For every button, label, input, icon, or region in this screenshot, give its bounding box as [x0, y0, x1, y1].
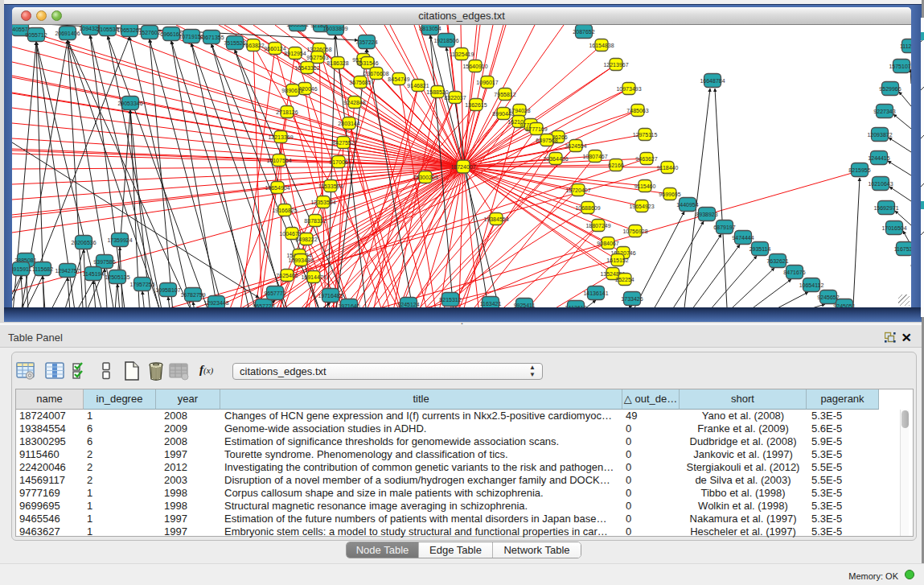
svg-text:9227343: 9227343: [873, 109, 895, 114]
svg-text:17016504: 17016504: [881, 225, 906, 231]
svg-text:10993489: 10993489: [288, 257, 313, 263]
svg-text:8427552: 8427552: [332, 140, 354, 146]
svg-text:1167533: 1167533: [894, 246, 911, 252]
svg-text:10688609: 10688609: [575, 205, 600, 211]
svg-text:8912954: 8912954: [284, 51, 306, 56]
svg-text:9925411: 9925411: [514, 303, 536, 308]
svg-text:18724007: 18724007: [450, 164, 475, 170]
svg-text:10654112: 10654112: [799, 282, 824, 288]
svg-text:9531546: 9531546: [356, 60, 378, 66]
svg-text:8813054: 8813054: [419, 26, 441, 31]
svg-text:8322037: 8322037: [444, 95, 466, 101]
svg-text:9397586: 9397586: [93, 259, 115, 265]
svg-text:6879197: 6879197: [713, 225, 735, 230]
svg-text:1145194: 1145194: [83, 271, 105, 277]
svg-text:1163421: 1163421: [480, 301, 502, 307]
svg-text:12093872: 12093872: [867, 132, 892, 138]
svg-text:10210643: 10210643: [868, 181, 893, 187]
svg-text:1588520: 1588520: [426, 89, 448, 95]
svg-text:7663822: 7663822: [242, 43, 264, 48]
svg-text:9115460: 9115460: [634, 183, 656, 189]
svg-text:1096017: 1096017: [476, 80, 498, 85]
svg-text:62160: 62160: [608, 163, 624, 168]
svg-text:15720407: 15720407: [565, 187, 590, 193]
svg-text:17957255: 17957255: [129, 282, 154, 287]
svg-text:19716485: 19716485: [318, 293, 343, 299]
svg-text:2087652: 2087652: [573, 29, 594, 35]
svg-text:9657723: 9657723: [253, 303, 274, 308]
svg-text:16782759: 16782759: [180, 292, 205, 298]
svg-text:25300203: 25300203: [413, 175, 437, 180]
svg-text:252254: 252254: [615, 277, 634, 282]
svg-text:7357224: 7357224: [355, 39, 377, 45]
svg-text:12353594: 12353594: [310, 200, 335, 205]
svg-text:12213369: 12213369: [268, 134, 293, 140]
svg-text:1413610: 1413610: [565, 305, 586, 308]
svg-text:20364436: 20364436: [543, 156, 568, 162]
svg-text:1971640: 1971640: [338, 303, 359, 308]
svg-text:29053346: 29053346: [117, 101, 142, 106]
svg-text:1615152: 1615152: [606, 257, 628, 263]
svg-text:1527602: 1527602: [138, 30, 160, 35]
svg-text:20206536: 20206536: [71, 240, 96, 245]
svg-text:8186328: 8186328: [326, 60, 348, 66]
svg-text:7955812: 7955812: [494, 92, 515, 97]
svg-text:10756928: 10756928: [622, 229, 647, 234]
svg-text:9474444: 9474444: [732, 235, 754, 241]
svg-text:23676608: 23676608: [363, 71, 388, 76]
svg-text:1115682: 1115682: [32, 266, 53, 272]
svg-text:15751074: 15751074: [889, 64, 911, 69]
svg-text:917006: 917006: [329, 159, 347, 165]
svg-text:7632621: 7632621: [766, 258, 788, 264]
svg-text:11325419: 11325419: [450, 51, 474, 57]
svg-text:3675685: 3675685: [349, 80, 371, 85]
svg-text:19654923: 19654923: [629, 204, 654, 209]
svg-text:9146821: 9146821: [407, 83, 429, 89]
svg-text:20691406: 20691406: [55, 31, 80, 36]
svg-text:8454749: 8454749: [388, 76, 409, 82]
svg-text:10107554: 10107554: [266, 158, 291, 163]
svg-text:16543362: 16543362: [294, 65, 319, 71]
svg-text:9084067: 9084067: [597, 241, 618, 246]
svg-text:19384554: 19384554: [483, 216, 508, 222]
svg-text:10654904: 10654904: [265, 185, 290, 191]
svg-text:2935114: 2935114: [749, 246, 771, 252]
svg-text:3498222: 3498222: [295, 237, 317, 242]
svg-text:8471676: 8471676: [783, 270, 805, 275]
svg-text:8938923: 8938923: [696, 212, 717, 217]
svg-text:3624554: 3624554: [565, 143, 586, 149]
svg-text:1733426: 1733426: [621, 296, 643, 302]
svg-text:9245051: 9245051: [833, 303, 855, 308]
svg-text:1112453: 1112453: [900, 43, 911, 49]
svg-text:12975115: 12975115: [633, 132, 658, 138]
svg-text:16648784: 16648784: [700, 78, 725, 84]
svg-text:9245124: 9245124: [397, 302, 419, 307]
svg-text:15692971: 15692971: [873, 205, 898, 211]
svg-text:16914479: 16914479: [301, 274, 326, 280]
svg-text:14136141: 14136141: [583, 290, 608, 296]
svg-text:10973493: 10973493: [616, 86, 641, 92]
svg-text:9055712: 9055712: [25, 32, 47, 38]
svg-text:6794028: 6794028: [508, 108, 530, 113]
svg-text:2718126: 2718126: [276, 109, 298, 115]
svg-text:9463627: 9463627: [635, 156, 657, 162]
svg-text:18807249: 18807249: [585, 223, 610, 229]
svg-text:12942757: 12942757: [55, 268, 80, 274]
svg-text:11533594: 11533594: [318, 183, 343, 189]
svg-text:16033809: 16033809: [322, 26, 347, 31]
svg-text:9777169: 9777169: [525, 126, 547, 132]
svg-text:17359924: 17359924: [107, 237, 132, 243]
svg-text:9245652: 9245652: [817, 295, 839, 300]
svg-text:19166825: 19166825: [272, 208, 297, 213]
svg-text:1244415: 1244415: [868, 155, 889, 161]
svg-text:10807467: 10807467: [582, 154, 607, 159]
svg-text:6497568: 6497568: [536, 138, 557, 143]
svg-text:12213967: 12213967: [603, 62, 628, 68]
svg-text:1362615: 1362615: [465, 102, 487, 108]
svg-text:12505135: 12505135: [105, 274, 129, 280]
svg-text:7625402: 7625402: [276, 273, 298, 278]
svg-text:16154838: 16154838: [589, 43, 614, 48]
svg-text:7485063: 7485063: [626, 108, 648, 113]
svg-text:9118440: 9118440: [657, 165, 679, 171]
svg-text:1440954: 1440954: [676, 202, 698, 208]
